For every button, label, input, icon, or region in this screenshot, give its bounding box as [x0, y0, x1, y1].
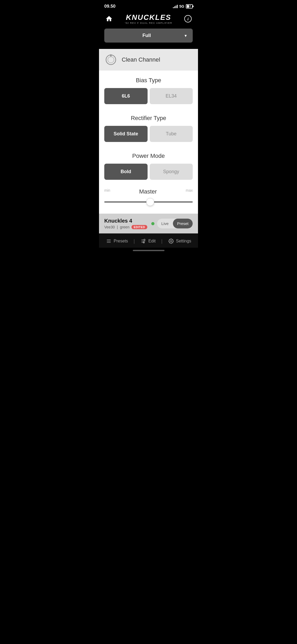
dropdown-arrow-icon: ▼	[184, 34, 187, 38]
preset-button[interactable]: Preset	[173, 219, 193, 228]
edit-icon	[140, 238, 146, 244]
bias-type-section: Bias Type 6L6 EL34	[99, 71, 198, 108]
tab-bar: Presets | Edit | Settings	[99, 233, 198, 248]
status-right: 5G 37	[173, 4, 193, 8]
info-button[interactable]: i	[183, 14, 193, 24]
power-mode-toggle: Bold Spongy	[104, 164, 193, 180]
home-icon	[105, 15, 113, 22]
app-header: KNUCKLES '92 REV F DUAL REC AMPLIFIER i	[99, 11, 198, 29]
rectifier-type-toggle: Solid State Tube	[104, 126, 193, 142]
status-bar: 09.50 5G 37	[99, 0, 198, 11]
rectifier-type-section: Rectifier Type Solid State Tube	[99, 108, 198, 146]
tab-presets-label: Presets	[114, 239, 128, 243]
power-spongy-button[interactable]: Spongy	[150, 164, 193, 180]
home-button[interactable]	[104, 14, 114, 24]
logo-title: KNUCKLES	[114, 13, 183, 22]
rectifier-tube-button[interactable]: Tube	[150, 126, 193, 142]
signal-bars	[173, 5, 178, 8]
signal-bar-1	[173, 7, 174, 8]
tab-edit-label: Edit	[148, 239, 156, 243]
home-indicator	[99, 248, 198, 253]
rectifier-type-title: Rectifier Type	[104, 115, 193, 122]
clean-channel-row: Clean Channel	[99, 49, 198, 71]
full-dropdown[interactable]: Full ▼	[104, 29, 193, 43]
svg-point-1	[108, 57, 114, 63]
tab-separator-2: |	[161, 238, 163, 244]
info-icon: i	[184, 15, 192, 22]
live-button[interactable]: Live	[157, 219, 173, 228]
svg-point-12	[170, 241, 172, 242]
preset-separator: |	[117, 225, 118, 229]
tab-settings-label: Settings	[176, 239, 191, 243]
tab-settings[interactable]: Settings	[166, 237, 194, 245]
signal-bar-4	[177, 5, 178, 8]
preset-controls: Live Preset	[151, 219, 193, 228]
battery-icon: 37	[186, 4, 193, 8]
network-type: 5G	[179, 4, 184, 8]
bias-el34-button[interactable]: EL34	[150, 88, 193, 104]
svg-rect-4	[107, 240, 111, 240]
preset-bar: Knuckles 4 Vee30 | green EDITED Live Pre…	[99, 214, 198, 233]
tab-presets[interactable]: Presets	[103, 237, 131, 245]
knob-icon	[104, 53, 117, 66]
presets-icon	[106, 238, 112, 244]
master-section: min Master max	[99, 184, 198, 214]
bias-type-title: Bias Type	[104, 77, 193, 84]
master-title: Master	[139, 188, 157, 195]
master-min-label: min	[104, 188, 110, 196]
preset-name: Knuckles 4	[104, 218, 151, 224]
logo-subtitle: '92 REV F DUAL REC AMPLIFIER	[114, 22, 183, 24]
main-content: Clean Channel Bias Type 6L6 EL34 Rectifi…	[99, 49, 198, 214]
master-slider-thumb[interactable]	[146, 198, 154, 206]
home-bar	[133, 250, 164, 251]
preset-sub1: Vee30	[104, 225, 115, 229]
svg-rect-5	[107, 241, 111, 241]
power-mode-section: Power Mode Bold Spongy	[99, 146, 198, 184]
power-mode-title: Power Mode	[104, 153, 193, 159]
master-slider-track	[104, 201, 193, 203]
live-preset-toggle: Live Preset	[157, 219, 193, 228]
clean-channel-label: Clean Channel	[122, 56, 160, 63]
tab-edit[interactable]: Edit	[138, 237, 158, 245]
settings-icon	[168, 238, 174, 244]
master-slider-wrapper[interactable]	[104, 197, 193, 207]
status-time: 09.50	[104, 4, 116, 9]
preset-sub2: green	[120, 225, 129, 229]
preset-sub: Vee30 | green EDITED	[104, 225, 151, 229]
signal-bar-3	[176, 6, 176, 8]
svg-rect-6	[107, 242, 111, 243]
svg-rect-7	[141, 241, 145, 241]
tab-separator-1: |	[134, 238, 135, 244]
bias-type-toggle: 6L6 EL34	[104, 88, 193, 104]
dropdown-label: Full	[110, 33, 184, 38]
master-max-label: max	[186, 188, 193, 196]
power-bold-button[interactable]: Bold	[104, 164, 148, 180]
battery-percent: 37	[188, 5, 191, 8]
edited-badge: EDITED	[131, 225, 147, 229]
preset-info: Knuckles 4 Vee30 | green EDITED	[104, 218, 151, 229]
svg-rect-8	[141, 240, 143, 240]
signal-bar-2	[174, 6, 175, 8]
bias-6l6-button[interactable]: 6L6	[104, 88, 148, 104]
live-dot	[151, 222, 154, 225]
master-labels: min Master max	[104, 188, 193, 196]
logo-area: KNUCKLES '92 REV F DUAL REC AMPLIFIER	[114, 13, 183, 24]
rectifier-solid-state-button[interactable]: Solid State	[104, 126, 148, 142]
svg-point-10	[144, 239, 145, 241]
